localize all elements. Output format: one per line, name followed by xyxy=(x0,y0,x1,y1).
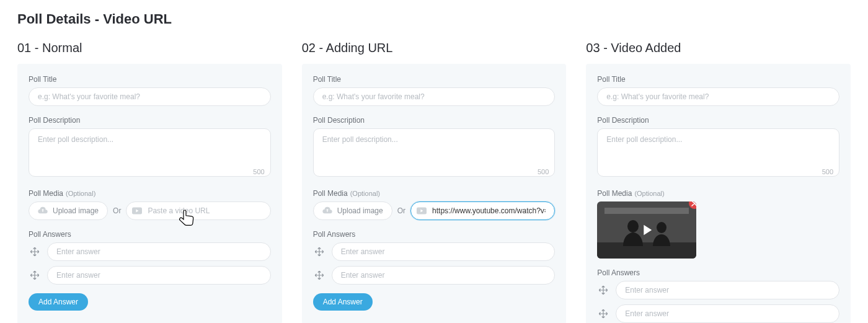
video-url-input[interactable] xyxy=(410,201,555,220)
page-title: Poll Details - Video URL xyxy=(17,11,851,27)
answers-list xyxy=(29,242,271,285)
answer-row xyxy=(29,242,271,261)
poll-media-section: Poll Media (Optional) xyxy=(597,189,839,259)
video-thumbnail xyxy=(597,201,696,259)
field-label: Poll Title xyxy=(29,75,271,84)
media-row: Upload image Or xyxy=(29,201,271,220)
poll-description-section: Poll Description 500 xyxy=(597,116,839,179)
poll-card: Poll Title Poll Description 500 Poll Med… xyxy=(302,64,567,323)
field-label: Poll Answers xyxy=(313,230,556,239)
video-icon xyxy=(417,207,427,215)
state-video-added: 03 - Video Added Poll Title Poll Descrip… xyxy=(586,41,851,323)
optional-label: (Optional) xyxy=(634,190,664,197)
video-icon xyxy=(132,207,142,215)
poll-description-section: Poll Description 500 xyxy=(29,116,271,179)
poll-answers-section: Poll Answers xyxy=(313,230,556,311)
poll-title-input[interactable] xyxy=(597,87,839,106)
field-label-text: Poll Media xyxy=(29,189,63,198)
poll-title-input[interactable] xyxy=(313,87,556,106)
drag-handle-icon[interactable] xyxy=(29,269,41,281)
answer-input[interactable] xyxy=(332,266,556,285)
drag-handle-icon[interactable] xyxy=(29,246,41,258)
answers-list xyxy=(313,242,556,285)
state-normal: 01 - Normal Poll Title Poll Description … xyxy=(17,41,282,323)
answers-list xyxy=(597,281,839,323)
answer-row xyxy=(597,304,839,323)
field-label: Poll Description xyxy=(29,116,271,125)
poll-media-section: Poll Media (Optional) Upload image Or xyxy=(313,189,556,220)
poll-card: Poll Title Poll Description 500 Poll Med… xyxy=(586,64,851,323)
field-label: Poll Title xyxy=(313,75,556,84)
poll-answers-section: Poll Answers xyxy=(597,268,839,323)
state-heading: 02 - Adding URL xyxy=(302,41,567,55)
poll-title-input[interactable] xyxy=(29,87,271,106)
answer-input[interactable] xyxy=(616,304,839,323)
upload-image-label: Upload image xyxy=(53,206,99,215)
field-label: Poll Media (Optional) xyxy=(597,189,839,198)
media-row: Upload image Or xyxy=(313,201,556,220)
poll-media-section: Poll Media (Optional) Upload image Or xyxy=(29,189,271,220)
add-answer-button[interactable]: Add Answer xyxy=(313,293,373,311)
field-label: Poll Media (Optional) xyxy=(29,189,271,198)
answer-row xyxy=(597,281,839,299)
drag-handle-icon[interactable] xyxy=(313,269,326,281)
answer-row xyxy=(313,266,556,285)
char-count: 500 xyxy=(538,168,549,175)
field-label: Poll Media (Optional) xyxy=(313,189,556,198)
page-root: Poll Details - Video URL 01 - Normal Pol… xyxy=(0,0,868,323)
poll-answers-section: Poll Answers xyxy=(29,230,271,311)
upload-image-button[interactable]: Upload image xyxy=(29,201,108,220)
video-url-wrap xyxy=(126,201,270,220)
drag-handle-icon[interactable] xyxy=(313,246,326,258)
add-answer-button[interactable]: Add Answer xyxy=(29,293,88,311)
video-url-input[interactable] xyxy=(126,201,270,220)
poll-description-section: Poll Description 500 xyxy=(313,116,556,179)
optional-label: (Optional) xyxy=(66,190,95,197)
poll-description-input[interactable] xyxy=(29,128,271,177)
field-label: Poll Answers xyxy=(29,230,271,239)
or-label: Or xyxy=(113,206,121,215)
video-url-wrap xyxy=(410,201,555,220)
or-label: Or xyxy=(397,206,405,215)
poll-title-section: Poll Title xyxy=(29,75,271,106)
upload-image-button[interactable]: Upload image xyxy=(313,201,392,220)
poll-card: Poll Title Poll Description 500 Poll Med… xyxy=(17,64,282,323)
upload-image-label: Upload image xyxy=(337,206,383,215)
char-count: 500 xyxy=(822,168,833,175)
state-heading: 01 - Normal xyxy=(17,41,282,55)
answer-input[interactable] xyxy=(47,242,271,261)
field-label: Poll Answers xyxy=(597,268,839,277)
poll-description-input[interactable] xyxy=(313,128,556,177)
drag-handle-icon[interactable] xyxy=(597,308,609,320)
answer-row xyxy=(29,266,271,285)
poll-description-input[interactable] xyxy=(597,128,839,177)
answer-input[interactable] xyxy=(47,266,271,285)
field-label: Poll Description xyxy=(597,116,839,125)
state-heading: 03 - Video Added xyxy=(586,41,851,55)
drag-handle-icon[interactable] xyxy=(597,284,609,296)
state-adding-url: 02 - Adding URL Poll Title Poll Descript… xyxy=(302,41,567,323)
field-label-text: Poll Media xyxy=(313,189,348,198)
poll-title-section: Poll Title xyxy=(597,75,839,106)
play-button[interactable] xyxy=(597,201,696,259)
char-count: 500 xyxy=(253,168,264,175)
optional-label: (Optional) xyxy=(350,190,380,197)
field-label: Poll Description xyxy=(313,116,556,125)
answer-input[interactable] xyxy=(616,281,839,299)
cloud-upload-icon xyxy=(322,206,332,216)
state-columns: 01 - Normal Poll Title Poll Description … xyxy=(17,41,851,323)
answer-input[interactable] xyxy=(332,242,556,261)
field-label-text: Poll Media xyxy=(597,189,632,198)
poll-title-section: Poll Title xyxy=(313,75,556,106)
answer-row xyxy=(313,242,556,261)
cloud-upload-icon xyxy=(38,206,48,216)
field-label: Poll Title xyxy=(597,75,839,84)
